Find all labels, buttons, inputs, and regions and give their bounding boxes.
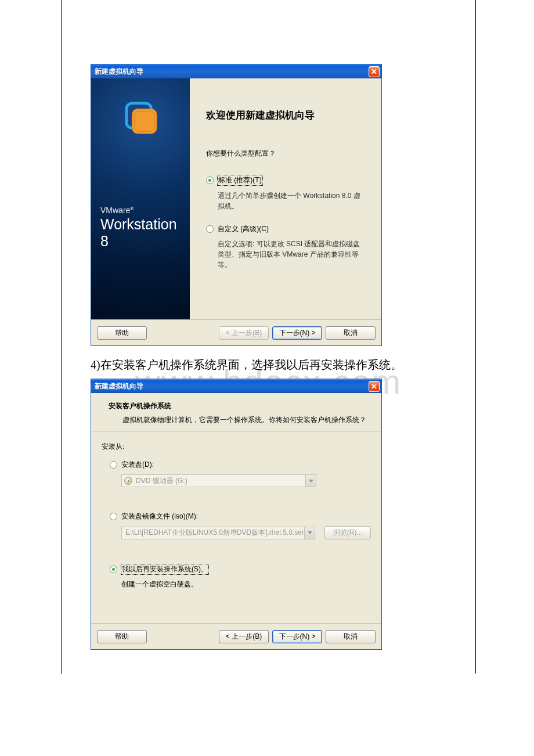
group-install-later: 我以后再安装操作系统(S)。 创建一个虚拟空白硬盘。 xyxy=(110,564,371,589)
radio-installer-disc[interactable]: 安装盘(D): xyxy=(110,460,371,470)
dialog-body: VMware® Workstation 8 欢迎使用新建虚拟机向导 你想要什么类… xyxy=(91,78,381,319)
back-button: < 上一步(B) xyxy=(219,326,269,340)
install-from-label: 安装从: xyxy=(102,442,371,452)
group-installer-iso: 安装盘镜像文件 (iso)(M): E:\LI\[REDHAT企业版LINUX5… xyxy=(110,512,371,539)
radio-icon xyxy=(206,177,214,184)
title-text: 新建虚拟机向导 xyxy=(95,381,143,391)
drive-combo-text: DVD 驱动器 (G:) xyxy=(135,476,305,486)
close-icon: ✕ xyxy=(371,67,377,76)
chevron-down-icon xyxy=(305,475,316,487)
radio-custom-desc: 自定义选项: 可以更改 SCSI 适配器和虚拟磁盘类型、指定与旧版本 VMwar… xyxy=(218,239,363,270)
button-bar: 帮助 < 上一步(B) 下一步(N) > 取消 xyxy=(91,623,381,649)
button-bar: 帮助 < 上一步(B) 下一步(N) > 取消 xyxy=(91,319,381,345)
radio-icon xyxy=(110,513,117,520)
radio-icon xyxy=(206,225,214,233)
svg-rect-1 xyxy=(132,109,157,134)
group-installer-disc: 安装盘(D): DVD 驱动器 (G:) xyxy=(110,460,371,487)
radio-later-label: 我以后再安装操作系统(S)。 xyxy=(121,564,209,575)
dialog-body: 安装从: 安装盘(D): DVD 驱动器 (G:) xyxy=(91,431,381,623)
spacer xyxy=(102,495,371,512)
document-page: www.bdocx.com 新建虚拟机向导 ✕ VMware® Worksta xyxy=(61,0,476,674)
cancel-button[interactable]: 取消 xyxy=(326,630,376,643)
cancel-button[interactable]: 取消 xyxy=(326,326,376,340)
next-button[interactable]: 下一步(N) > xyxy=(272,326,322,340)
chevron-down-icon xyxy=(304,527,315,539)
browse-button: 浏览(R)... xyxy=(324,526,371,539)
step-4-caption: 4)在安装客户机操作系统界面，选择我以后再安装操作系统。 xyxy=(91,357,443,373)
spacer xyxy=(102,548,371,564)
brand-block: VMware® Workstation 8 xyxy=(100,206,181,250)
dialog-header: 安装客户机操作系统 虚拟机就像物理计算机，它需要一个操作系统。你将如何安装客户机… xyxy=(91,393,381,431)
help-button[interactable]: 帮助 xyxy=(97,326,147,340)
radio-install-later[interactable]: 我以后再安装操作系统(S)。 xyxy=(110,564,371,575)
close-icon: ✕ xyxy=(371,382,377,391)
radio-iso-label: 安装盘镜像文件 (iso)(M): xyxy=(121,512,199,521)
next-button[interactable]: 下一步(N) > xyxy=(272,630,322,643)
radio-icon xyxy=(110,461,117,469)
close-button[interactable]: ✕ xyxy=(369,381,380,392)
iso-row: E:\LI\[REDHAT企业版LINUX5.0新增DVD版本].rhel.5.… xyxy=(121,526,371,539)
wizard-dialog-install-os: 新建虚拟机向导 ✕ 安装客户机操作系统 虚拟机就像物理计算机，它需要一个操作系统… xyxy=(91,379,382,650)
radio-custom-label: 自定义 (高级)(C) xyxy=(217,224,269,234)
brand-name: VMware xyxy=(100,206,130,215)
back-button[interactable]: < 上一步(B) xyxy=(219,630,269,643)
help-button[interactable]: 帮助 xyxy=(97,630,147,643)
header-title: 安装客户机操作系统 xyxy=(109,401,371,411)
brand-registered: ® xyxy=(130,206,134,211)
config-question: 你想要什么类型配置？ xyxy=(206,149,364,159)
titlebar[interactable]: 新建虚拟机向导 ✕ xyxy=(91,379,381,393)
welcome-heading: 欢迎使用新建虚拟机向导 xyxy=(206,109,364,122)
radio-icon xyxy=(110,566,117,573)
close-button[interactable]: ✕ xyxy=(369,66,380,77)
sidebar-banner: VMware® Workstation 8 xyxy=(91,78,190,319)
content-pane: 欢迎使用新建虚拟机向导 你想要什么类型配置？ 标准 (推荐)(T) 通过几个简单… xyxy=(190,78,381,319)
radio-installer-iso[interactable]: 安装盘镜像文件 (iso)(M): xyxy=(110,512,371,521)
radio-typical-label: 标准 (推荐)(T) xyxy=(217,175,263,186)
title-text: 新建虚拟机向导 xyxy=(95,67,143,77)
disc-icon xyxy=(124,477,132,485)
vmware-logo-icon xyxy=(123,100,159,136)
radio-typical[interactable]: 标准 (推荐)(T) xyxy=(206,175,364,186)
brand-product: Workstation 8 xyxy=(100,216,181,250)
header-subtitle: 虚拟机就像物理计算机，它需要一个操作系统。你将如何安装客户机操作系统？ xyxy=(122,415,371,425)
wizard-dialog-welcome: 新建虚拟机向导 ✕ VMware® Workstation 8 xyxy=(91,64,382,346)
iso-path-combo: E:\LI\[REDHAT企业版LINUX5.0新增DVD版本].rhel.5.… xyxy=(121,527,315,539)
titlebar[interactable]: 新建虚拟机向导 ✕ xyxy=(91,64,381,78)
drive-combo: DVD 驱动器 (G:) xyxy=(121,474,316,487)
radio-custom[interactable]: 自定义 (高级)(C) xyxy=(206,224,364,234)
install-later-desc: 创建一个虚拟空白硬盘。 xyxy=(121,579,371,589)
radio-disc-label: 安装盘(D): xyxy=(121,460,154,470)
iso-path-text: E:\LI\[REDHAT企业版LINUX5.0新增DVD版本].rhel.5.… xyxy=(124,528,304,538)
radio-typical-desc: 通过几个简单步骤创建一个 Workstation 8.0 虚拟机。 xyxy=(218,190,363,211)
